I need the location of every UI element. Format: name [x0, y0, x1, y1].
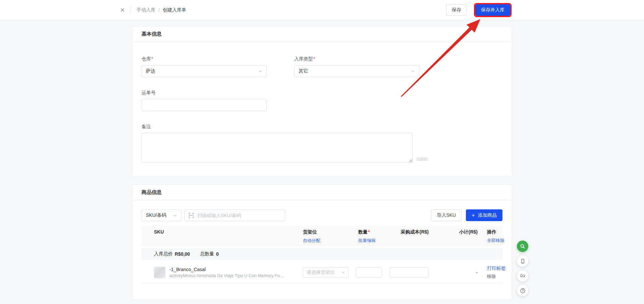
shelf-placeholder: 请选择货架位 [307, 269, 335, 275]
breadcrumb: 手动入库 / 创建入库单 [137, 7, 186, 13]
import-sku-button[interactable]: 导入SKU [431, 209, 462, 221]
scan-input-wrap [184, 209, 285, 221]
print-label-link[interactable]: 打印标签 [487, 265, 513, 271]
col-subtotal: 小计(R$) [429, 229, 478, 235]
total-price-value: R$0,00 [175, 251, 190, 257]
col-qty: 数量* 批量编辑 [358, 229, 389, 244]
floating-side-menu [517, 241, 528, 296]
sku-name: -1_Branco_Casal [169, 267, 284, 272]
save-button[interactable]: 保存 [446, 4, 467, 16]
inbound-type-label: 入库类型* [294, 56, 419, 62]
subtotal-cell: - [429, 270, 478, 275]
wechat-contact-fab[interactable] [517, 270, 528, 282]
col-sku: SKU [154, 229, 303, 235]
remark-textarea[interactable] [142, 133, 413, 162]
summary-row: 入库总价 R$0,00 总数量 0 [142, 248, 502, 260]
required-asterisk: * [368, 229, 370, 235]
chevron-down-icon [341, 270, 345, 274]
qty-input[interactable] [356, 267, 382, 277]
breadcrumb-separator: / [158, 7, 160, 13]
row-actions-cell: 打印标签 移除 [478, 265, 513, 280]
product-info-card: 商品信息 SKU/条码 导入SKU + [132, 185, 512, 300]
scan-barcode-icon [189, 213, 194, 218]
tracking-no-label: 运单号 [142, 90, 502, 96]
add-product-button[interactable]: + 添加商品 [466, 209, 502, 221]
search-icon [520, 244, 525, 249]
plus-icon: + [472, 212, 475, 218]
cost-cell [389, 267, 429, 277]
remark-label: 备注 [142, 124, 502, 130]
main-content: 基本信息 仓库* 萨达 入库类型* 其它 [132, 26, 512, 300]
product-info-title: 商品信息 [132, 185, 512, 200]
shelf-select[interactable]: 请选择货架位 [303, 267, 349, 277]
warehouse-value: 萨达 [146, 68, 155, 74]
remark-field: 备注 0/500 [142, 124, 502, 162]
close-icon[interactable]: ✕ [120, 7, 125, 13]
required-asterisk: * [313, 56, 315, 61]
remove-row-link[interactable]: 移除 [487, 273, 513, 280]
warehouse-select[interactable]: 萨达 [142, 65, 267, 77]
total-qty-label: 总数量 [200, 251, 214, 257]
col-actions: 操作 全部移除 [478, 229, 513, 244]
product-thumbnail [154, 267, 165, 278]
help-icon [520, 288, 526, 294]
cost-input[interactable] [389, 267, 429, 277]
chevron-down-icon [173, 213, 177, 217]
scan-sku-input[interactable] [197, 212, 281, 218]
shelf-cell: 请选择货架位 [303, 267, 358, 277]
col-shelf: 货架位 自动分配 [303, 229, 358, 244]
required-asterisk: * [151, 56, 153, 61]
total-qty-value: 0 [216, 251, 219, 257]
auto-assign-link[interactable]: 自动分配 [303, 238, 358, 244]
table-row: -1_Branco_Casal activityMiniso Almohada … [142, 262, 502, 283]
warehouse-label: 仓库* [142, 56, 267, 62]
chevron-down-icon [411, 69, 415, 73]
header-divider [130, 6, 131, 14]
mobile-icon [520, 259, 525, 264]
tracking-no-input[interactable] [142, 99, 267, 111]
table-header: SKU 货架位 自动分配 数量* 批量编辑 采购成本(R$) 小计(R$) 操作… [142, 226, 502, 246]
col-cost: 采购成本(R$) [389, 229, 429, 235]
tracking-no-field: 运单号 [142, 90, 502, 111]
breadcrumb-section[interactable]: 手动入库 [137, 7, 155, 13]
product-toolbar: SKU/条码 导入SKU + 添加商品 [142, 209, 502, 221]
total-price-label: 入库总价 [154, 251, 173, 257]
save-and-inbound-button[interactable]: 保存并入库 [475, 4, 510, 16]
inbound-type-select[interactable]: 其它 [294, 65, 419, 77]
breadcrumb-current: 创建入库单 [163, 7, 186, 13]
wechat-icon [520, 273, 526, 279]
inbound-type-field: 入库类型* 其它 [294, 56, 419, 90]
remark-char-counter: 0/500 [417, 157, 428, 162]
sku-cell: -1_Branco_Casal activityMiniso Almohada … [154, 267, 303, 278]
batch-edit-link[interactable]: 批量编辑 [358, 238, 389, 244]
mobile-app-fab[interactable] [517, 255, 528, 267]
search-mode-value: SKU/条码 [146, 212, 166, 218]
basic-info-card: 基本信息 仓库* 萨达 入库类型* 其它 [132, 26, 512, 177]
warehouse-field: 仓库* 萨达 [142, 56, 267, 77]
basic-info-title: 基本信息 [132, 27, 512, 42]
help-fab[interactable] [517, 285, 528, 296]
inbound-type-value: 其它 [299, 68, 308, 74]
search-fab[interactable] [517, 241, 528, 252]
search-mode-select[interactable]: SKU/条码 [142, 209, 181, 221]
top-bar: ✕ 手动入库 / 创建入库单 保存 保存并入库 [0, 0, 644, 20]
remove-all-link[interactable]: 全部移除 [487, 238, 513, 244]
chevron-down-icon [258, 69, 262, 73]
sku-description: activityMiniso Almohada De Viaje Tipo U … [169, 273, 284, 278]
qty-cell [358, 267, 389, 277]
